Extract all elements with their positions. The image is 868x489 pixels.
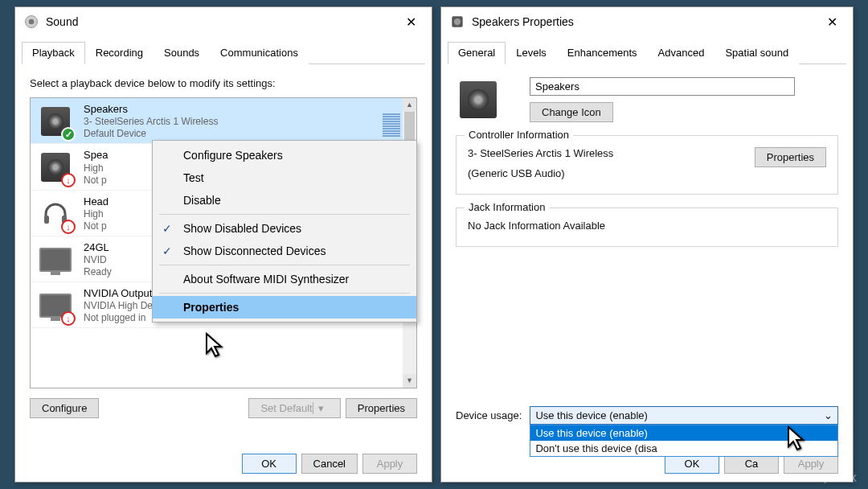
headphone-icon: ↓ — [37, 195, 74, 232]
svg-point-5 — [454, 18, 461, 25]
device-status: Ready — [84, 266, 112, 278]
ctx-test[interactable]: Test — [153, 166, 416, 189]
separator — [159, 214, 410, 215]
sound-icon — [23, 14, 39, 30]
device-status: Default Device — [84, 128, 218, 140]
monitor-icon — [37, 241, 74, 278]
device-row[interactable]: ✓ Speakers 3- SteelSeries Arctis 1 Wirel… — [31, 98, 416, 144]
set-default-label: Set Default — [260, 402, 312, 414]
properties-button[interactable]: Properties — [346, 398, 417, 418]
default-badge-icon: ✓ — [61, 127, 76, 142]
device-usage-dropdown: Use this device (enable) Don't use this … — [530, 425, 838, 457]
controller-name: 3- SteelSeries Arctis 1 Wireless — [468, 147, 755, 159]
tab-playback[interactable]: Playback — [22, 42, 85, 64]
window-title: Speakers Properties — [472, 15, 816, 28]
ok-button[interactable]: OK — [242, 454, 297, 474]
separator — [159, 293, 410, 294]
ctx-show-disconnected[interactable]: Show Disconnected Devices — [153, 240, 416, 262]
speaker-icon — [449, 14, 465, 30]
device-status: Not p — [84, 175, 108, 187]
scroll-up-icon[interactable]: ▲ — [403, 98, 416, 112]
scroll-down-icon[interactable]: ▼ — [403, 374, 416, 388]
device-name: Spea — [84, 149, 108, 162]
change-icon-button[interactable]: Change Icon — [530, 102, 613, 122]
configure-button[interactable]: Configure — [30, 398, 99, 418]
ctx-about-midi[interactable]: About Software MIDI Synthesizer — [153, 268, 416, 290]
device-usage-option-enable[interactable]: Use this device (enable) — [530, 425, 837, 441]
controller-properties-button[interactable]: Properties — [755, 147, 826, 167]
watermark: UG⟩TFIX — [805, 472, 858, 484]
jack-info-text: No Jack Information Available — [468, 220, 826, 232]
jack-info-group: Jack Information No Jack Information Ava… — [456, 208, 838, 247]
svg-rect-2 — [44, 216, 49, 224]
device-name: Speakers — [84, 103, 218, 116]
device-usage-select[interactable]: Use this device (enable) ⌄ Use this devi… — [530, 406, 838, 425]
device-usage-value: Use this device (enable) — [535, 409, 647, 421]
context-menu: Configure Speakers Test Disable Show Dis… — [152, 140, 417, 323]
ctx-show-disabled[interactable]: Show Disabled Devices — [153, 217, 416, 240]
device-desc: High — [84, 208, 108, 220]
close-button[interactable]: ✕ — [395, 9, 427, 35]
device-name: Head — [84, 195, 108, 208]
device-large-icon — [456, 77, 501, 122]
separator — [159, 265, 410, 265]
group-title: Jack Information — [465, 201, 549, 213]
monitor-icon: ↓ — [37, 287, 74, 324]
device-usage-option-disable[interactable]: Don't use this device (disa — [530, 441, 837, 456]
chevron-down-icon: ⌄ — [824, 409, 833, 421]
svg-point-1 — [29, 19, 35, 25]
device-desc: 3- SteelSeries Arctis 1 Wireless — [84, 116, 218, 128]
titlebar[interactable]: Sound ✕ — [15, 7, 432, 36]
unplugged-badge-icon: ↓ — [61, 220, 76, 234]
tab-strip: Playback Recording Sounds Communications — [22, 41, 425, 64]
tab-enhancements[interactable]: Enhancements — [557, 42, 648, 64]
device-name: 24GL — [84, 241, 112, 254]
device-name-input[interactable] — [530, 77, 795, 96]
set-default-button[interactable]: Set Default ▾ — [248, 398, 340, 418]
tab-sounds[interactable]: Sounds — [154, 42, 210, 64]
group-title: Controller Information — [465, 129, 573, 141]
ctx-configure-speakers[interactable]: Configure Speakers — [153, 144, 416, 166]
speaker-icon: ✓ — [37, 103, 74, 140]
chevron-down-icon[interactable]: ▾ — [313, 402, 329, 414]
controller-info-group: Controller Information 3- SteelSeries Ar… — [456, 135, 838, 195]
tab-general[interactable]: General — [448, 42, 506, 64]
level-meter-icon — [383, 103, 400, 137]
tab-strip: General Levels Enhancements Advanced Spa… — [448, 41, 846, 64]
ctx-properties[interactable]: Properties — [153, 296, 416, 318]
device-desc: High — [84, 162, 108, 175]
tab-levels[interactable]: Levels — [506, 42, 557, 64]
cancel-button[interactable]: Cancel — [301, 454, 358, 474]
controller-sub: (Generic USB Audio) — [468, 167, 755, 179]
apply-button[interactable]: Apply — [362, 454, 417, 474]
tab-advanced[interactable]: Advanced — [648, 42, 715, 64]
device-desc: NVID — [84, 254, 112, 266]
unplugged-badge-icon: ↓ — [61, 311, 76, 326]
tab-spatial-sound[interactable]: Spatial sound — [714, 42, 799, 64]
speakers-properties-dialog: Speakers Properties ✕ General Levels Enh… — [440, 6, 854, 483]
titlebar[interactable]: Speakers Properties ✕ — [441, 7, 853, 36]
tab-recording[interactable]: Recording — [85, 42, 154, 64]
ctx-disable[interactable]: Disable — [153, 189, 416, 212]
sound-dialog: Sound ✕ Playback Recording Sounds Commun… — [14, 6, 432, 483]
speaker-icon: ↓ — [37, 149, 74, 186]
device-status: Not p — [84, 220, 108, 232]
window-title: Sound — [46, 15, 395, 28]
tab-communications[interactable]: Communications — [210, 42, 309, 64]
instruction-text: Select a playback device below to modify… — [30, 77, 417, 89]
close-button[interactable]: ✕ — [816, 9, 848, 35]
unplugged-badge-icon: ↓ — [61, 173, 76, 187]
device-usage-label: Device usage: — [456, 409, 522, 421]
